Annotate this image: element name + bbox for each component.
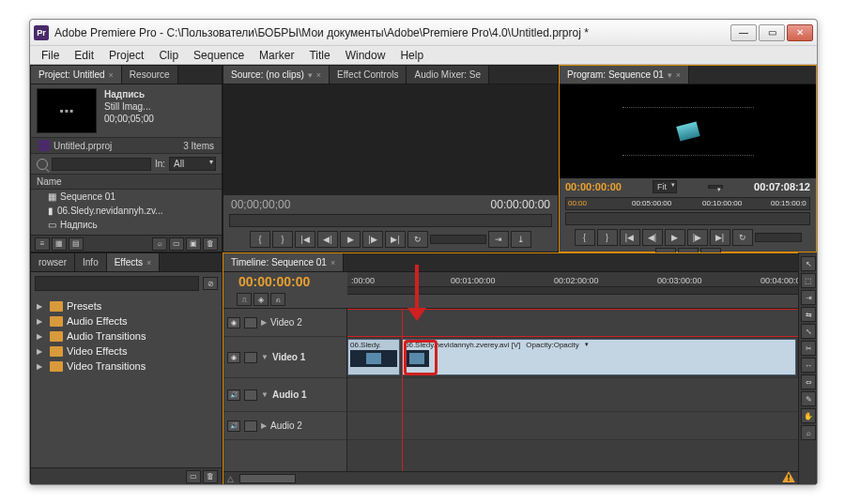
toggle-track-lock-icon[interactable] xyxy=(244,352,257,363)
new-bin-button[interactable]: ▭ xyxy=(186,470,201,483)
menu-clip[interactable]: Clip xyxy=(151,47,186,64)
menu-file[interactable]: File xyxy=(34,47,67,64)
step-fwd-button[interactable]: |▶ xyxy=(687,229,708,246)
fx-node-audio-effects[interactable]: ▶Audio Effects xyxy=(33,313,220,328)
menu-edit[interactable]: Edit xyxy=(67,47,101,64)
rate-stretch-tool[interactable]: ⤡ xyxy=(801,324,816,339)
trash-button[interactable]: 🗑 xyxy=(203,237,218,251)
new-bin-button[interactable]: ▭ xyxy=(169,237,184,251)
insert-button[interactable]: ⇥ xyxy=(488,231,509,248)
search-icon[interactable] xyxy=(37,159,48,170)
trash-button[interactable]: 🗑 xyxy=(203,470,218,483)
program-timecode-position[interactable]: 00:00:00:00 xyxy=(565,181,622,192)
set-out-button[interactable]: } xyxy=(272,231,293,248)
step-fwd-button[interactable]: |▶ xyxy=(362,231,383,248)
work-area-bar[interactable] xyxy=(347,286,799,294)
zoom-tool[interactable]: ⌕ xyxy=(801,425,816,440)
track-header-video1[interactable]: ◉▼Video 1 xyxy=(223,337,346,378)
titlebar[interactable]: Pr Adobe Premiere Pro - C:\Пользователи\… xyxy=(30,20,817,46)
hand-tool[interactable]: ✋ xyxy=(801,408,816,423)
pen-tool[interactable]: ✎ xyxy=(801,391,816,406)
tab-close-icon[interactable]: × xyxy=(330,258,335,267)
new-item-button[interactable]: ▣ xyxy=(186,237,201,251)
timeline-ruler[interactable]: :00:00 00:01:00:00 00:02:00:00 00:03:00:… xyxy=(347,272,799,295)
selection-tool[interactable]: ↖ xyxy=(801,256,816,271)
fx-node-audio-transitions[interactable]: ▶Audio Transitions xyxy=(33,328,220,344)
fx-node-video-effects[interactable]: ▶Video Effects xyxy=(33,344,220,359)
lane-video1[interactable]: 06.Sledy. 06.Sledy.nevidannyh.zverey.avi… xyxy=(347,337,799,378)
set-in-button[interactable]: { xyxy=(250,231,270,248)
icon-view-button[interactable]: ▦ xyxy=(52,237,67,251)
tab-audio-mixer[interactable]: Audio Mixer: Se xyxy=(407,66,489,84)
tab-effect-controls[interactable]: Effect Controls xyxy=(330,66,407,84)
tab-resource[interactable]: Resource xyxy=(122,66,178,84)
ripple-edit-tool[interactable]: ⇥ xyxy=(801,290,816,305)
toggle-track-lock-icon[interactable] xyxy=(244,389,257,401)
step-back-button[interactable]: ◀| xyxy=(642,229,663,246)
toggle-track-output-icon[interactable]: ◉ xyxy=(227,352,240,363)
track-area[interactable]: 06.Sledy. 06.Sledy.nevidannyh.zverey.avi… xyxy=(347,309,799,475)
timeline-clip[interactable]: 06.Sledy. xyxy=(347,339,400,375)
lane-audio2[interactable] xyxy=(347,412,799,440)
razor-tool[interactable]: ✂ xyxy=(801,341,816,356)
track-header-audio1[interactable]: 🔊▼Audio 1 xyxy=(223,378,346,412)
tab-program[interactable]: Program: Sequence 01 ▾× xyxy=(560,66,689,84)
tab-browser[interactable]: rowser xyxy=(31,253,75,271)
toggle-track-lock-icon[interactable] xyxy=(244,420,257,432)
source-time-track[interactable] xyxy=(229,214,552,227)
toggle-track-output-icon[interactable]: ◉ xyxy=(227,317,240,328)
automate-button[interactable]: ▤ xyxy=(69,237,84,251)
menu-marker[interactable]: Marker xyxy=(252,47,301,64)
clear-search-button[interactable]: ⊘ xyxy=(203,277,218,290)
shuttle-slider[interactable] xyxy=(430,235,486,244)
tab-effects[interactable]: Effects× xyxy=(107,253,161,271)
rubber-band-dropdown-icon[interactable]: ▾ xyxy=(585,341,589,349)
lane-video2[interactable] xyxy=(347,309,799,337)
menu-project[interactable]: Project xyxy=(101,47,151,64)
goto-in-button[interactable]: |◀ xyxy=(620,229,640,246)
timeline-timecode[interactable]: 00:00:00:00 xyxy=(223,272,347,291)
fx-node-video-transitions[interactable]: ▶Video Transitions xyxy=(33,359,220,374)
overlay-button[interactable]: ⤓ xyxy=(511,231,531,248)
play-button[interactable]: ▶ xyxy=(340,231,361,248)
list-view-button[interactable]: ≡ xyxy=(35,237,50,251)
dropdown-arrow-icon[interactable]: ▾ xyxy=(668,70,672,80)
program-time-track[interactable] xyxy=(565,212,810,225)
close-button[interactable]: ✕ xyxy=(787,24,813,41)
warning-icon[interactable] xyxy=(782,471,795,482)
marker-button[interactable]: ◈ xyxy=(254,293,269,306)
maximize-button[interactable]: ▭ xyxy=(759,24,785,41)
filter-scope-dropdown[interactable]: All xyxy=(169,157,216,171)
tab-close-icon[interactable]: × xyxy=(146,258,151,267)
tab-source[interactable]: Source: (no clips) ▾× xyxy=(223,66,330,84)
playhead[interactable] xyxy=(402,309,403,475)
fx-node-presets[interactable]: ▶Presets xyxy=(33,298,220,313)
clip-opacity-label[interactable]: Opacity:Opacity xyxy=(526,341,578,349)
menu-help[interactable]: Help xyxy=(392,47,431,64)
timeline-zoom-scroll[interactable]: △ xyxy=(223,471,799,484)
toggle-track-output-icon[interactable]: 🔊 xyxy=(227,389,240,401)
set-out-button[interactable]: } xyxy=(597,229,618,246)
rolling-edit-tool[interactable]: ⇆ xyxy=(801,307,816,322)
step-back-button[interactable]: ◀| xyxy=(317,231,338,248)
tab-project[interactable]: Project: Untitled× xyxy=(31,66,122,84)
lane-audio1[interactable] xyxy=(347,378,799,412)
play-button[interactable]: ▶ xyxy=(665,229,685,246)
list-item[interactable]: ▭Надпись xyxy=(31,218,222,232)
menu-title[interactable]: Title xyxy=(301,47,337,64)
goto-out-button[interactable]: ▶| xyxy=(385,231,406,248)
tab-timeline[interactable]: Timeline: Sequence 01× xyxy=(223,253,344,271)
menu-window[interactable]: Window xyxy=(338,47,393,64)
source-timecode-left[interactable]: 00;00;00;00 xyxy=(231,198,290,211)
track-header-video2[interactable]: ◉▶Video 2 xyxy=(223,309,346,337)
tab-info[interactable]: Info xyxy=(75,253,107,271)
effects-search-input[interactable] xyxy=(35,276,199,291)
zoom-level-dropdown[interactable] xyxy=(708,185,723,189)
project-search-input[interactable] xyxy=(52,158,151,171)
shuttle-slider[interactable] xyxy=(755,233,802,242)
goto-in-button[interactable]: |◀ xyxy=(295,231,315,248)
program-ruler[interactable]: 00:00 00:05:00:00 00:10:00:00 00:15:00:0 xyxy=(565,197,810,210)
collapse-arrow-icon[interactable]: ▶ xyxy=(261,318,267,327)
collapse-arrow-icon[interactable]: ▼ xyxy=(261,353,269,361)
tab-close-icon[interactable]: × xyxy=(316,70,321,80)
